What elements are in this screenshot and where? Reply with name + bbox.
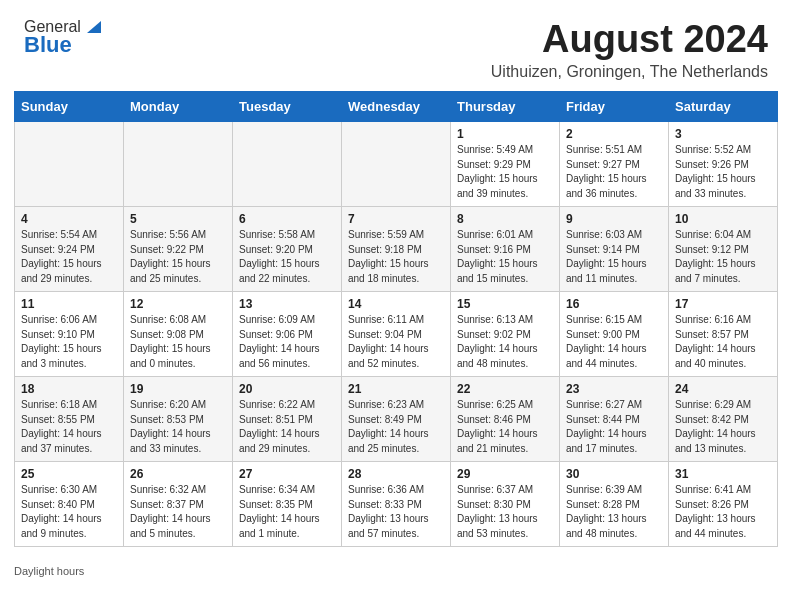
day-number: 26	[130, 467, 226, 481]
day-number: 19	[130, 382, 226, 396]
logo: General Blue	[24, 18, 101, 58]
day-info: Sunrise: 6:23 AM Sunset: 8:49 PM Dayligh…	[348, 398, 444, 456]
col-friday: Friday	[560, 92, 669, 122]
day-number: 8	[457, 212, 553, 226]
location-subtitle: Uithuizen, Groningen, The Netherlands	[491, 63, 768, 81]
calendar-cell: 22Sunrise: 6:25 AM Sunset: 8:46 PM Dayli…	[451, 377, 560, 462]
day-number: 6	[239, 212, 335, 226]
calendar-cell: 19Sunrise: 6:20 AM Sunset: 8:53 PM Dayli…	[124, 377, 233, 462]
day-number: 7	[348, 212, 444, 226]
calendar-cell: 14Sunrise: 6:11 AM Sunset: 9:04 PM Dayli…	[342, 292, 451, 377]
day-info: Sunrise: 6:41 AM Sunset: 8:26 PM Dayligh…	[675, 483, 771, 541]
calendar-cell: 27Sunrise: 6:34 AM Sunset: 8:35 PM Dayli…	[233, 462, 342, 547]
calendar-cell: 10Sunrise: 6:04 AM Sunset: 9:12 PM Dayli…	[669, 207, 778, 292]
day-info: Sunrise: 6:18 AM Sunset: 8:55 PM Dayligh…	[21, 398, 117, 456]
calendar-cell	[15, 122, 124, 207]
day-info: Sunrise: 5:54 AM Sunset: 9:24 PM Dayligh…	[21, 228, 117, 286]
calendar-cell: 26Sunrise: 6:32 AM Sunset: 8:37 PM Dayli…	[124, 462, 233, 547]
day-info: Sunrise: 6:11 AM Sunset: 9:04 PM Dayligh…	[348, 313, 444, 371]
day-info: Sunrise: 5:52 AM Sunset: 9:26 PM Dayligh…	[675, 143, 771, 201]
day-info: Sunrise: 6:39 AM Sunset: 8:28 PM Dayligh…	[566, 483, 662, 541]
daylight-label: Daylight hours	[14, 565, 84, 577]
day-info: Sunrise: 6:16 AM Sunset: 8:57 PM Dayligh…	[675, 313, 771, 371]
calendar-cell	[342, 122, 451, 207]
svg-marker-0	[87, 21, 101, 33]
day-info: Sunrise: 5:51 AM Sunset: 9:27 PM Dayligh…	[566, 143, 662, 201]
calendar-cell: 6Sunrise: 5:58 AM Sunset: 9:20 PM Daylig…	[233, 207, 342, 292]
calendar-cell: 30Sunrise: 6:39 AM Sunset: 8:28 PM Dayli…	[560, 462, 669, 547]
calendar-cell: 21Sunrise: 6:23 AM Sunset: 8:49 PM Dayli…	[342, 377, 451, 462]
day-info: Sunrise: 6:25 AM Sunset: 8:46 PM Dayligh…	[457, 398, 553, 456]
day-info: Sunrise: 6:15 AM Sunset: 9:00 PM Dayligh…	[566, 313, 662, 371]
day-info: Sunrise: 5:58 AM Sunset: 9:20 PM Dayligh…	[239, 228, 335, 286]
calendar-cell: 3Sunrise: 5:52 AM Sunset: 9:26 PM Daylig…	[669, 122, 778, 207]
calendar-cell: 1Sunrise: 5:49 AM Sunset: 9:29 PM Daylig…	[451, 122, 560, 207]
day-info: Sunrise: 6:30 AM Sunset: 8:40 PM Dayligh…	[21, 483, 117, 541]
col-wednesday: Wednesday	[342, 92, 451, 122]
logo-blue-text: Blue	[24, 32, 72, 58]
calendar-cell: 16Sunrise: 6:15 AM Sunset: 9:00 PM Dayli…	[560, 292, 669, 377]
calendar-week-row: 25Sunrise: 6:30 AM Sunset: 8:40 PM Dayli…	[15, 462, 778, 547]
col-monday: Monday	[124, 92, 233, 122]
calendar-cell: 5Sunrise: 5:56 AM Sunset: 9:22 PM Daylig…	[124, 207, 233, 292]
day-info: Sunrise: 6:27 AM Sunset: 8:44 PM Dayligh…	[566, 398, 662, 456]
calendar-cell: 12Sunrise: 6:08 AM Sunset: 9:08 PM Dayli…	[124, 292, 233, 377]
day-number: 3	[675, 127, 771, 141]
header-row: Sunday Monday Tuesday Wednesday Thursday…	[15, 92, 778, 122]
calendar-cell: 20Sunrise: 6:22 AM Sunset: 8:51 PM Dayli…	[233, 377, 342, 462]
day-number: 23	[566, 382, 662, 396]
day-info: Sunrise: 6:36 AM Sunset: 8:33 PM Dayligh…	[348, 483, 444, 541]
day-info: Sunrise: 6:03 AM Sunset: 9:14 PM Dayligh…	[566, 228, 662, 286]
calendar-wrapper: Sunday Monday Tuesday Wednesday Thursday…	[0, 91, 792, 561]
day-info: Sunrise: 6:13 AM Sunset: 9:02 PM Dayligh…	[457, 313, 553, 371]
month-title: August 2024	[491, 18, 768, 61]
calendar-cell: 4Sunrise: 5:54 AM Sunset: 9:24 PM Daylig…	[15, 207, 124, 292]
col-tuesday: Tuesday	[233, 92, 342, 122]
day-number: 22	[457, 382, 553, 396]
calendar-cell: 7Sunrise: 5:59 AM Sunset: 9:18 PM Daylig…	[342, 207, 451, 292]
day-info: Sunrise: 6:20 AM Sunset: 8:53 PM Dayligh…	[130, 398, 226, 456]
calendar-cell: 17Sunrise: 6:16 AM Sunset: 8:57 PM Dayli…	[669, 292, 778, 377]
day-info: Sunrise: 6:06 AM Sunset: 9:10 PM Dayligh…	[21, 313, 117, 371]
day-number: 13	[239, 297, 335, 311]
calendar-table: Sunday Monday Tuesday Wednesday Thursday…	[14, 91, 778, 547]
day-info: Sunrise: 5:49 AM Sunset: 9:29 PM Dayligh…	[457, 143, 553, 201]
page-header: General Blue August 2024 Uithuizen, Gron…	[0, 0, 792, 91]
day-number: 14	[348, 297, 444, 311]
day-info: Sunrise: 6:09 AM Sunset: 9:06 PM Dayligh…	[239, 313, 335, 371]
day-number: 20	[239, 382, 335, 396]
footer: Daylight hours	[0, 561, 792, 583]
calendar-week-row: 4Sunrise: 5:54 AM Sunset: 9:24 PM Daylig…	[15, 207, 778, 292]
day-info: Sunrise: 6:22 AM Sunset: 8:51 PM Dayligh…	[239, 398, 335, 456]
logo-triangle-icon	[83, 17, 101, 35]
day-info: Sunrise: 6:29 AM Sunset: 8:42 PM Dayligh…	[675, 398, 771, 456]
day-number: 18	[21, 382, 117, 396]
day-info: Sunrise: 6:04 AM Sunset: 9:12 PM Dayligh…	[675, 228, 771, 286]
day-number: 5	[130, 212, 226, 226]
calendar-cell: 28Sunrise: 6:36 AM Sunset: 8:33 PM Dayli…	[342, 462, 451, 547]
day-number: 30	[566, 467, 662, 481]
calendar-cell	[233, 122, 342, 207]
day-number: 16	[566, 297, 662, 311]
day-number: 21	[348, 382, 444, 396]
calendar-cell: 15Sunrise: 6:13 AM Sunset: 9:02 PM Dayli…	[451, 292, 560, 377]
day-number: 11	[21, 297, 117, 311]
day-number: 29	[457, 467, 553, 481]
day-number: 15	[457, 297, 553, 311]
calendar-cell: 8Sunrise: 6:01 AM Sunset: 9:16 PM Daylig…	[451, 207, 560, 292]
calendar-cell: 29Sunrise: 6:37 AM Sunset: 8:30 PM Dayli…	[451, 462, 560, 547]
day-info: Sunrise: 6:32 AM Sunset: 8:37 PM Dayligh…	[130, 483, 226, 541]
col-saturday: Saturday	[669, 92, 778, 122]
calendar-cell: 18Sunrise: 6:18 AM Sunset: 8:55 PM Dayli…	[15, 377, 124, 462]
calendar-cell: 11Sunrise: 6:06 AM Sunset: 9:10 PM Dayli…	[15, 292, 124, 377]
calendar-cell: 24Sunrise: 6:29 AM Sunset: 8:42 PM Dayli…	[669, 377, 778, 462]
calendar-body: 1Sunrise: 5:49 AM Sunset: 9:29 PM Daylig…	[15, 122, 778, 547]
calendar-week-row: 18Sunrise: 6:18 AM Sunset: 8:55 PM Dayli…	[15, 377, 778, 462]
title-area: August 2024 Uithuizen, Groningen, The Ne…	[491, 18, 768, 81]
day-number: 17	[675, 297, 771, 311]
day-number: 25	[21, 467, 117, 481]
day-info: Sunrise: 5:56 AM Sunset: 9:22 PM Dayligh…	[130, 228, 226, 286]
day-number: 2	[566, 127, 662, 141]
day-number: 27	[239, 467, 335, 481]
calendar-cell: 25Sunrise: 6:30 AM Sunset: 8:40 PM Dayli…	[15, 462, 124, 547]
